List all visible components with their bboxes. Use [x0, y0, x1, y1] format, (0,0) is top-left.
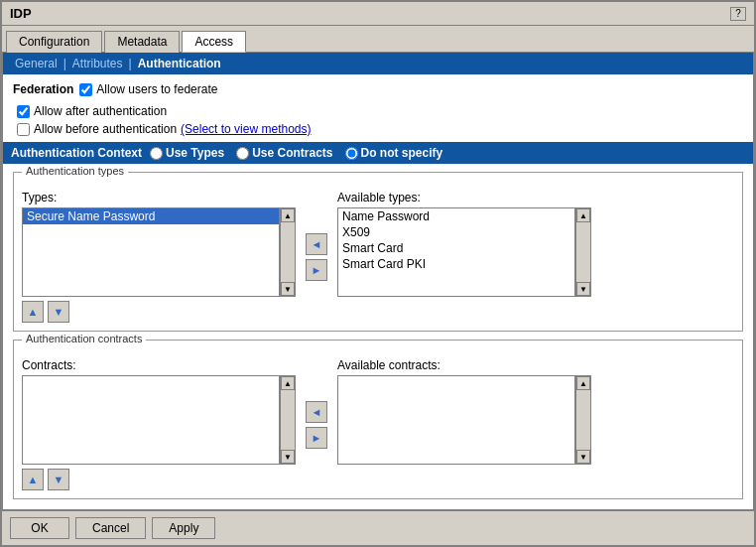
contracts-label: Contracts: [22, 358, 296, 372]
main-window: IDP ? Configuration Metadata Access Gene… [0, 0, 756, 547]
do-not-specify-radio[interactable] [345, 147, 358, 160]
federation-label: Federation [13, 82, 73, 96]
avail-types-scroll-up[interactable]: ▲ [576, 208, 590, 222]
auth-contracts-title: Authentication contracts [22, 333, 146, 344]
avail-contracts-scroll-track [576, 390, 590, 450]
do-not-specify-option[interactable]: Do not specify [345, 146, 443, 160]
contracts-scroll-down[interactable]: ▼ [281, 450, 295, 464]
contracts-arrow-left-button[interactable]: ◄ [306, 401, 327, 423]
contracts-arrow-column: ◄ ► [302, 358, 331, 490]
allow-after-label: Allow after authentication [34, 104, 167, 118]
types-move-down-button[interactable]: ▼ [48, 301, 69, 323]
title-bar-controls: ? [730, 7, 746, 21]
list-item[interactable]: Secure Name Password [23, 208, 279, 224]
allow-after-row: Allow after authentication [17, 104, 743, 118]
auth-contracts-columns: Contracts: ▲ ▼ ▲ ▼ [22, 358, 734, 490]
sub-nav: General | Attributes | Authentication [3, 53, 753, 74]
list-item[interactable]: Smart Card [338, 240, 574, 256]
avail-contracts-scroll-down[interactable]: ▼ [576, 450, 590, 464]
list-item[interactable]: Smart Card PKI [338, 256, 574, 272]
subnav-attributes[interactable]: Attributes [68, 57, 127, 70]
federation-checkbox-text: Allow users to federate [96, 82, 217, 96]
contracts-scrollbar: ▲ ▼ [280, 375, 296, 465]
auth-types-title: Authentication types [22, 165, 128, 177]
types-arrow-left-button[interactable]: ◄ [306, 233, 327, 255]
types-listbox[interactable]: Secure Name Password [22, 207, 280, 297]
types-move-buttons: ▲ ▼ [22, 301, 296, 323]
auth-context-radio-group: Use Types Use Contracts Do not specify [150, 146, 442, 160]
select-methods-link[interactable]: (Select to view methods) [181, 122, 311, 136]
tab-metadata[interactable]: Metadata [104, 31, 180, 53]
contracts-scroll-up[interactable]: ▲ [281, 376, 295, 390]
use-contracts-label: Use Contracts [252, 146, 332, 160]
tab-configuration[interactable]: Configuration [6, 31, 102, 53]
subnav-authentication[interactable]: Authentication [134, 57, 225, 70]
avail-types-scroll-track [576, 222, 590, 282]
available-types-label: Available types: [337, 191, 591, 205]
do-not-specify-label: Do not specify [361, 146, 443, 160]
allow-before-checkbox[interactable] [17, 123, 30, 136]
available-types-list-wrapper: Name Password X509 Smart Card Smart Card… [337, 207, 591, 297]
available-contracts-list-wrapper: ▲ ▼ [337, 375, 591, 465]
federation-checkbox-label[interactable]: Allow users to federate [79, 82, 217, 96]
auth-types-columns: Types: Secure Name Password ▲ ▼ [22, 191, 734, 323]
avail-types-scroll-down[interactable]: ▼ [576, 282, 590, 296]
available-types-listbox[interactable]: Name Password X509 Smart Card Smart Card… [337, 207, 575, 297]
types-scroll-down[interactable]: ▼ [281, 282, 295, 296]
types-arrow-column: ◄ ► [302, 191, 331, 323]
contracts-move-down-button[interactable]: ▼ [48, 469, 69, 490]
apply-button[interactable]: Apply [152, 517, 215, 539]
available-contracts-label: Available contracts: [337, 358, 591, 372]
types-list-wrapper: Secure Name Password ▲ ▼ [22, 207, 296, 297]
federation-row: Federation Allow users to federate [13, 82, 743, 96]
contracts-move-up-button[interactable]: ▲ [22, 469, 44, 490]
contracts-move-buttons: ▲ ▼ [22, 469, 296, 490]
subnav-sep2: | [127, 57, 134, 70]
types-arrow-right-button[interactable]: ► [306, 259, 327, 281]
help-button[interactable]: ? [730, 7, 746, 21]
cancel-button[interactable]: Cancel [75, 517, 146, 539]
bottom-bar: OK Cancel Apply [2, 510, 754, 545]
auth-context-row: Authentication Context Use Types Use Con… [3, 142, 753, 164]
use-types-option[interactable]: Use Types [150, 146, 224, 160]
list-item[interactable]: X509 [338, 224, 574, 240]
available-contracts-listbox[interactable] [337, 375, 575, 465]
subnav-sep1: | [62, 57, 68, 70]
window-title: IDP [10, 6, 32, 21]
allow-after-checkbox[interactable] [17, 105, 30, 118]
main-content: Federation Allow users to federate Allow… [3, 74, 753, 509]
ok-button[interactable]: OK [10, 517, 69, 539]
types-move-up-button[interactable]: ▲ [22, 301, 44, 323]
title-bar: IDP ? [2, 2, 754, 26]
types-scroll-up[interactable]: ▲ [281, 208, 295, 222]
use-types-label: Use Types [166, 146, 224, 160]
allow-before-label: Allow before authentication [34, 122, 177, 136]
available-contracts-scrollbar: ▲ ▼ [575, 375, 591, 465]
federation-checkbox[interactable] [79, 83, 92, 96]
available-types-scrollbar: ▲ ▼ [575, 207, 591, 297]
use-contracts-radio[interactable] [236, 147, 249, 160]
use-types-radio[interactable] [150, 147, 163, 160]
avail-contracts-scroll-up[interactable]: ▲ [576, 376, 590, 390]
available-types-column: Available types: Name Password X509 Smar… [337, 191, 591, 323]
contracts-arrow-right-button[interactable]: ► [306, 427, 327, 449]
auth-contracts-group: Authentication contracts Contracts: ▲ ▼ [13, 340, 743, 499]
tabs-row: Configuration Metadata Access [2, 26, 754, 52]
types-scrollbar: ▲ ▼ [280, 207, 296, 297]
contracts-column: Contracts: ▲ ▼ ▲ ▼ [22, 358, 296, 490]
allow-before-row: Allow before authentication (Select to v… [17, 122, 743, 136]
contracts-scroll-track [281, 390, 295, 450]
available-contracts-column: Available contracts: ▲ ▼ [337, 358, 591, 490]
types-label: Types: [22, 191, 296, 205]
auth-types-group: Authentication types Types: Secure Name … [13, 172, 743, 332]
use-contracts-option[interactable]: Use Contracts [236, 146, 332, 160]
tab-access[interactable]: Access [182, 31, 246, 53]
subnav-general[interactable]: General [11, 57, 62, 70]
types-scroll-track [281, 222, 295, 282]
contracts-list-wrapper: ▲ ▼ [22, 375, 296, 465]
list-item[interactable]: Name Password [338, 208, 574, 224]
auth-context-label: Authentication Context [11, 146, 142, 160]
contracts-listbox[interactable] [22, 375, 280, 465]
content-area: General | Attributes | Authentication Fe… [2, 52, 754, 510]
types-column: Types: Secure Name Password ▲ ▼ [22, 191, 296, 323]
